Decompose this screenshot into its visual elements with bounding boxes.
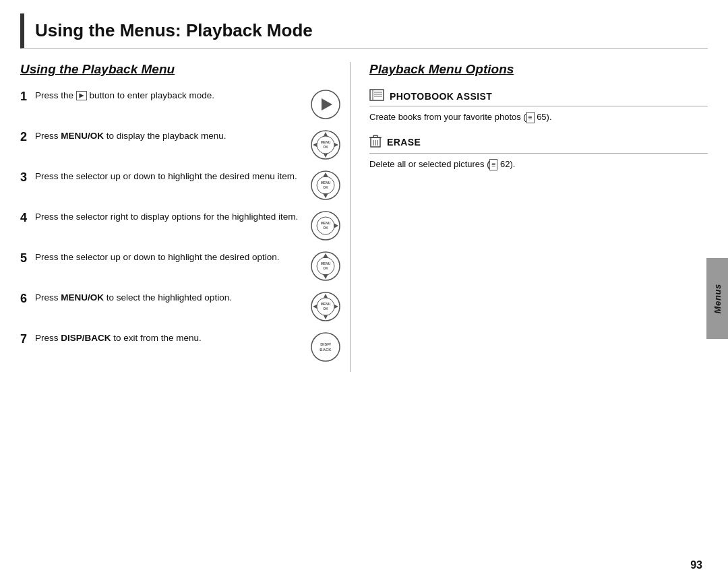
svg-text:OK: OK: [323, 307, 328, 311]
svg-marker-35: [334, 305, 338, 309]
step-number-5: 5: [20, 251, 35, 266]
svg-point-36: [311, 333, 340, 361]
option-erase-title: ERASE: [387, 137, 421, 148]
step-text-7: Press DISP/BACK to exit from the menu.: [35, 331, 308, 345]
svg-marker-32: [324, 294, 328, 298]
book-icon: [369, 89, 384, 103]
step-5: 5 Press the selector up or down to highl…: [20, 251, 343, 282]
left-section-title: Using the Playback Menu: [20, 62, 343, 77]
svg-marker-15: [323, 172, 328, 177]
svg-marker-27: [323, 274, 328, 279]
step-icon-1: [308, 89, 343, 120]
steps-list: 1 Press the button to enter playback mod…: [20, 89, 343, 362]
option-photobook-desc: Create books from your favorite photos (…: [369, 110, 708, 124]
selector-right-icon: MENU OK: [310, 210, 341, 241]
step-6: 6 Press MENU/OK to select the highlighte…: [20, 291, 343, 322]
svg-marker-0: [79, 94, 84, 98]
page-container: Using the Menus: Playback Mode Using the…: [0, 13, 728, 570]
step-number-1: 1: [20, 89, 35, 104]
svg-text:MENU: MENU: [321, 302, 331, 306]
option-photobook-title: PHOTOBOOK ASSIST: [390, 91, 492, 102]
inline-play-icon: [76, 91, 87, 100]
step-7: 7 Press DISP/BACK to exit from the menu.…: [20, 331, 343, 362]
svg-marker-9: [313, 143, 317, 147]
svg-text:BACK: BACK: [320, 348, 332, 352]
step-2: 2 Press MENU/OK to display the playback …: [20, 129, 343, 160]
step-number-7: 7: [20, 331, 35, 347]
svg-text:DISP/: DISP/: [320, 342, 331, 346]
option-erase-header: ERASE: [369, 135, 708, 154]
svg-rect-39: [370, 90, 384, 100]
svg-text:OK: OK: [323, 145, 328, 149]
step-3: 3 Press the selector up or down to highl…: [20, 170, 343, 201]
ref-box-2: ≡: [489, 159, 497, 170]
option-erase: ERASE Delete all or selected pictures (≡…: [369, 135, 708, 171]
step-number-2: 2: [20, 129, 35, 145]
step-number-6: 6: [20, 291, 35, 307]
page-header: Using the Menus: Playback Mode: [20, 13, 708, 49]
svg-marker-26: [323, 253, 328, 258]
step-icon-6: MENU OK: [308, 291, 343, 322]
svg-marker-2: [322, 98, 332, 110]
svg-text:MENU: MENU: [321, 261, 331, 265]
option-erase-desc: Delete all or selected pictures (≡ 62).: [369, 158, 708, 171]
main-content: Using the Playback Menu 1 Press the butt…: [20, 49, 708, 372]
erase-icon: [369, 135, 382, 148]
step-icon-2: MENU OK: [308, 129, 343, 160]
svg-text:OK: OK: [323, 226, 328, 230]
svg-text:MENU: MENU: [321, 140, 331, 144]
step-text-5: Press the selector up or down to highlig…: [35, 251, 308, 264]
svg-marker-16: [323, 193, 328, 198]
step-4: 4 Press the selector right to display op…: [20, 210, 343, 241]
step-icon-5: MENU OK: [308, 251, 343, 282]
svg-text:OK: OK: [323, 266, 328, 270]
step-icon-7: DISP/ BACK: [308, 331, 343, 362]
photobook-icon: [369, 89, 384, 101]
svg-text:MENU: MENU: [321, 181, 331, 185]
svg-marker-34: [313, 305, 317, 309]
svg-marker-10: [334, 143, 338, 147]
option-photobook-header: PHOTOBOOK ASSIST: [369, 89, 708, 106]
svg-text:MENU: MENU: [321, 221, 331, 225]
ref-box-1: ≡: [526, 112, 535, 123]
svg-marker-7: [324, 132, 328, 136]
step-icon-4: MENU OK: [308, 210, 343, 241]
left-column: Using the Playback Menu 1 Press the butt…: [20, 62, 351, 372]
selector-updown-icon-2: MENU OK: [310, 251, 341, 282]
step-text-6: Press MENU/OK to select the highlighted …: [35, 291, 308, 305]
step-text-4: Press the selector right to display opti…: [35, 210, 308, 224]
menu-ok-icon-2: MENU OK: [310, 291, 341, 322]
side-tab-label: Menus: [712, 284, 723, 313]
step-icon-3: MENU OK: [308, 170, 343, 201]
svg-text:OK: OK: [323, 185, 328, 189]
svg-marker-33: [324, 315, 328, 319]
svg-marker-21: [334, 223, 338, 228]
step-text-1: Press the button to enter playback mode.: [35, 89, 308, 102]
trash-icon: [369, 135, 382, 150]
side-tab: Menus: [706, 258, 728, 339]
step-text-3: Press the selector up or down to highlig…: [35, 170, 308, 183]
svg-marker-8: [324, 154, 328, 158]
right-column: Playback Menu Options PHOTOBOOK ASSIST: [351, 62, 708, 372]
page-title: Using the Menus: Playback Mode: [35, 20, 313, 40]
selector-updown-icon-1: MENU OK: [310, 170, 341, 201]
step-1: 1 Press the button to enter playback mod…: [20, 89, 343, 120]
page-number: 93: [690, 559, 702, 570]
step-number-4: 4: [20, 210, 35, 226]
option-photobook: PHOTOBOOK ASSIST Create books from your …: [369, 89, 708, 124]
right-section-title: Playback Menu Options: [369, 62, 708, 77]
disp-back-icon: DISP/ BACK: [310, 331, 341, 362]
step-number-3: 3: [20, 170, 35, 185]
play-button-icon: [310, 89, 341, 120]
step-text-2: Press MENU/OK to display the playback me…: [35, 129, 308, 143]
menu-ok-icon-1: MENU OK: [310, 129, 341, 160]
